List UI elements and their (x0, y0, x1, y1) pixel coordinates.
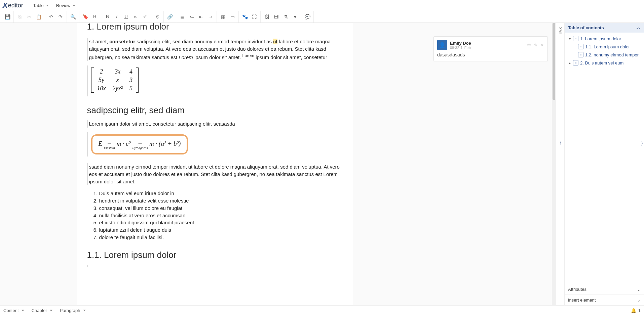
matrix-block[interactable]: 23x4 5yx3 10x2yx²5 (87, 65, 343, 96)
insert-element-panel[interactable]: Insert element ⌄ (565, 295, 644, 305)
breadcrumb-paragraph[interactable]: Paragraph (60, 308, 86, 313)
paste-button[interactable]: 📋 (34, 12, 43, 21)
toc-item[interactable]: ≡ 1.2. nonumy eirmod tempor (565, 51, 643, 59)
toolbar: 💾 ⎘ ✂ 📋 ↶ ↷ 🔍 🔖 H B I U x₂ x² € 🔗 ≣ •≡ ⇤… (0, 11, 644, 23)
collapse-icon[interactable]: ︿ (637, 25, 641, 31)
paragraph-1[interactable]: sit amet, consetetur sadipscing elitr, s… (87, 38, 343, 61)
heading-1-1[interactable]: 1.1. Lorem ipsum dolor (87, 250, 343, 260)
table-button[interactable]: ▦ (218, 12, 228, 21)
cut-button[interactable]: ✂ (25, 12, 34, 21)
doc-icon: ≡ (578, 44, 583, 49)
comment-body: dasasdasads (437, 52, 544, 57)
panel-left-arrow-icon[interactable]: 〈 (557, 140, 562, 147)
list-item[interactable]: et iusto odio dignissim qui blandit prae… (99, 219, 343, 226)
more-insert-button[interactable]: ▾ (290, 12, 300, 21)
paragraph-2[interactable]: Lorem ipsum dolor sit amet, consetetur s… (87, 120, 343, 128)
paw-button[interactable]: 🐾 (240, 12, 250, 21)
bell-icon[interactable]: 🔔 (631, 308, 636, 313)
toc-item[interactable]: ≡ 1.1. Lorem ipsum dolor (565, 43, 643, 51)
chevron-down-icon[interactable]: ▾ (568, 37, 571, 41)
heading-1[interactable]: 1. Lorem ipsum dolor (87, 23, 343, 32)
bookmark-button[interactable]: 🔖 (81, 12, 90, 21)
chevron-down-icon[interactable]: ⌄ (637, 298, 641, 303)
comment-edit-icon[interactable]: ✎ (534, 43, 538, 48)
unordered-list-button[interactable]: •≡ (187, 12, 196, 21)
ordered-list-button[interactable]: ≣ (178, 12, 187, 21)
list-item[interactable]: Duis autem vel eum iriure dolor in (99, 190, 343, 197)
comment-view-icon[interactable]: 👁 (527, 43, 531, 48)
highlighted-formula[interactable]: E =Einstein m · c² =Pythagoras m · (a² +… (91, 134, 188, 154)
xml-tab-label: XML (558, 27, 562, 35)
menu-table[interactable]: Table (33, 3, 49, 8)
panel-right-arrow-icon[interactable]: 〉 (641, 140, 644, 147)
copy-button[interactable]: ⎘ (15, 12, 25, 21)
link-button[interactable]: 🔗 (165, 12, 175, 21)
comment-author: Emily Doe (450, 41, 471, 46)
indent-button[interactable]: ⇥ (206, 12, 215, 21)
document-page[interactable]: 1. Lorem ipsum dolor sit amet, consetetu… (77, 23, 353, 305)
paragraph-empty[interactable] (87, 265, 343, 267)
list-item[interactable]: consequat, vel illum dolore eu feugiat (99, 205, 343, 212)
paragraph-3[interactable]: ssadd diam nonumy eirmod tempor invidunt… (87, 163, 343, 185)
bold-button[interactable]: B (103, 12, 112, 21)
save-button[interactable]: 💾 (3, 12, 12, 21)
toc-tree: ▾ ≡ 1. Lorem ipsum dolor ≡ 1.1. Lorem ip… (565, 33, 644, 284)
list-item[interactable]: nulla facilisis at vero eros et accumsan (99, 212, 343, 219)
editor-area[interactable]: 1. Lorem ipsum dolor sit amet, consetetu… (0, 23, 552, 305)
avatar-icon: 👤 (437, 40, 447, 50)
list-item[interactable]: hendrerit in vulputate velit esse molest… (99, 197, 343, 205)
breadcrumb-content[interactable]: Content (3, 308, 24, 313)
chevron-right-icon[interactable]: ▸ (568, 61, 571, 65)
attributes-panel[interactable]: Attributes ⌄ (565, 284, 644, 295)
status-bar: Content Chapter Paragraph 🔔 1 (0, 305, 644, 314)
heading-2[interactable]: sadipscing elitr, sed diam (87, 105, 343, 116)
doc-icon: ≡ (573, 60, 578, 65)
comment-timestamp: 08:32 4. Feb (450, 46, 471, 50)
redo-button[interactable]: ↷ (56, 12, 65, 21)
breadcrumb-chapter[interactable]: Chapter (32, 308, 52, 313)
object-button[interactable]: ▭ (228, 12, 237, 21)
undo-button[interactable]: ↶ (46, 12, 56, 21)
video-button[interactable]: 🎞 (271, 12, 281, 21)
notification-count: 1 (638, 308, 641, 313)
menu-review[interactable]: Review (56, 3, 76, 8)
formula-button[interactable]: ⚗ (281, 12, 290, 21)
chevron-down-icon[interactable]: ⌄ (637, 287, 641, 292)
list-item[interactable]: luptatum zzril delenit augue duis (99, 226, 343, 234)
right-panel: Table of contents ︿ ▾ ≡ 1. Lorem ipsum d… (564, 23, 644, 305)
app-logo: Xeditor (3, 1, 23, 10)
image-button[interactable]: 🖼 (262, 12, 271, 21)
fullscreen-button[interactable]: ⛶ (250, 12, 259, 21)
comment-button[interactable]: 💬 (303, 12, 312, 21)
highlighted-text[interactable]: ut (273, 39, 277, 44)
toc-title: Table of contents (568, 25, 604, 30)
scrollbar[interactable] (552, 23, 556, 305)
doc-icon: ≡ (578, 52, 583, 57)
xml-tab[interactable]: XML (556, 23, 564, 305)
search-button[interactable]: 🔍 (68, 12, 78, 21)
comment-close-icon[interactable]: ✕ (540, 43, 544, 48)
underline-button[interactable]: U (121, 12, 131, 21)
outdent-button[interactable]: ⇤ (196, 12, 206, 21)
heading-button[interactable]: H (90, 12, 100, 21)
subscript-button[interactable]: x₂ (131, 12, 140, 21)
italic-button[interactable]: I (112, 12, 121, 21)
formula-block[interactable]: E =Einstein m · c² =Pythagoras m · (a² +… (87, 132, 343, 156)
scroll-thumb[interactable] (553, 23, 555, 100)
comments-column: 👤 Emily Doe 08:32 4. Feb 👁 ✎ ✕ dasasdasa… (429, 23, 552, 305)
superscript-button[interactable]: x² (140, 12, 150, 21)
toc-header[interactable]: Table of contents ︿ (565, 23, 644, 33)
logo-x-icon: X (3, 1, 8, 10)
doc-icon: ≡ (573, 36, 578, 41)
toc-item[interactable]: ▸ ≡ 2. Duis autem vel eum (565, 59, 643, 67)
list-item[interactable]: dolore te feugait nulla facilisi. (99, 234, 343, 241)
ordered-list[interactable]: Duis autem vel eum iriure dolor in hendr… (93, 190, 343, 241)
toc-item[interactable]: ▾ ≡ 1. Lorem ipsum dolor (565, 35, 643, 43)
symbol-button[interactable]: € (153, 12, 162, 21)
comment-card[interactable]: 👤 Emily Doe 08:32 4. Feb 👁 ✎ ✕ dasasdasa… (433, 36, 548, 61)
